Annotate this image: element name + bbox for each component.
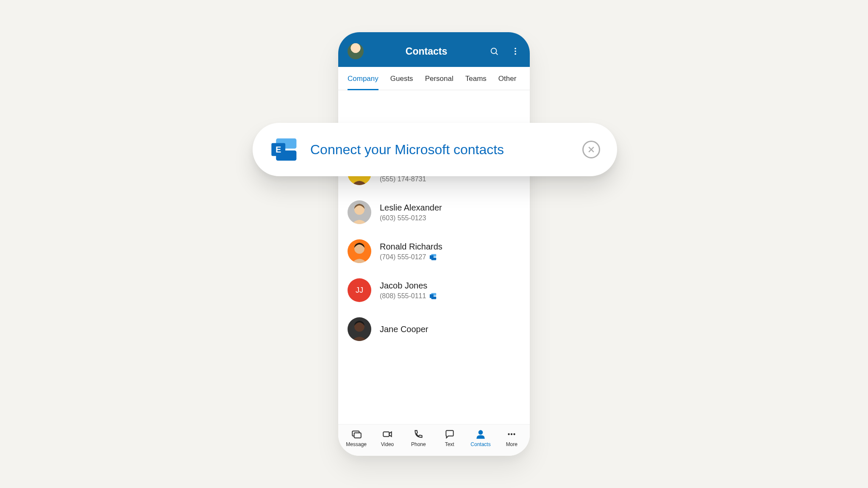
nav-label: More (506, 441, 517, 447)
svg-line-1 (496, 53, 498, 55)
nav-contacts[interactable]: Contacts (465, 429, 496, 447)
nav-phone[interactable]: Phone (403, 429, 434, 447)
svg-point-2 (515, 48, 516, 50)
phone-icon (413, 429, 424, 440)
tab-teams[interactable]: Teams (459, 67, 492, 90)
nav-label: Phone (411, 441, 426, 447)
svg-rect-10 (430, 255, 434, 259)
svg-point-0 (491, 48, 497, 54)
connect-banner[interactable]: E Connect your Microsoft contacts (253, 123, 617, 176)
contacts-icon (475, 429, 486, 440)
page-title: Contacts (406, 46, 447, 57)
contact-name: Leslie Alexander (380, 203, 442, 213)
contact-info: Jacob Jones(808) 555-0111 (380, 281, 437, 300)
contact-phone: (704) 555-0127 (380, 253, 442, 261)
self-avatar[interactable] (348, 43, 364, 59)
phone-frame: Contacts CompanyGuestsPersonalTeamsOther… (338, 32, 530, 456)
nav-label: Text (445, 441, 454, 447)
contact-name: Ronald Richards (380, 242, 442, 252)
exchange-icon: E (270, 135, 299, 164)
video-icon (382, 429, 393, 440)
nav-label: Video (381, 441, 394, 447)
svg-rect-17 (383, 432, 389, 437)
svg-point-4 (515, 53, 516, 55)
svg-point-18 (479, 430, 483, 434)
header-actions (489, 46, 520, 56)
contact-phone: (555) 174-8731 (380, 175, 426, 183)
svg-point-19 (508, 433, 510, 435)
nav-video[interactable]: Video (372, 429, 403, 447)
svg-rect-13 (430, 294, 434, 298)
nav-message[interactable]: Message (341, 429, 372, 447)
contact-info: Ronald Richards(704) 555-0127 (380, 242, 442, 261)
contact-name: Jacob Jones (380, 281, 437, 291)
message-icon (351, 429, 362, 440)
tab-guests[interactable]: Guests (384, 67, 419, 90)
tab-label: Teams (465, 75, 487, 83)
contact-row[interactable]: JJJacob Jones(808) 555-0111 (338, 271, 530, 310)
avatar: JJ (348, 278, 371, 302)
close-icon[interactable] (582, 141, 600, 158)
bottom-nav: MessageVideoPhoneTextContactsMore (338, 424, 530, 456)
tab-other[interactable]: Other (492, 67, 523, 90)
contact-row[interactable]: Leslie Alexander(603) 555-0123 (338, 193, 530, 232)
tabs-bar: CompanyGuestsPersonalTeamsOther (338, 67, 530, 90)
contact-phone: (603) 555-0123 (380, 214, 442, 222)
app-header: Contacts (338, 32, 530, 67)
text-icon (444, 429, 455, 440)
nav-label: Contacts (470, 441, 490, 447)
svg-point-20 (511, 433, 512, 435)
nav-text[interactable]: Text (434, 429, 465, 447)
tab-personal[interactable]: Personal (419, 67, 459, 90)
svg-rect-16 (354, 433, 361, 438)
avatar (348, 317, 371, 341)
more-icon (506, 429, 517, 440)
exchange-badge-icon (429, 253, 437, 261)
nav-more[interactable]: More (496, 429, 527, 447)
contact-info: Jane Cooper (380, 324, 428, 334)
search-icon[interactable] (489, 46, 499, 56)
nav-label: Message (346, 441, 367, 447)
exchange-badge-icon (429, 292, 437, 300)
contact-name: Jane Cooper (380, 324, 428, 334)
tab-label: Company (348, 75, 378, 83)
svg-text:E: E (275, 145, 281, 154)
tab-label: Guests (390, 75, 413, 83)
tab-label: Personal (425, 75, 453, 83)
tab-label: Other (498, 75, 517, 83)
connect-banner-text: Connect your Microsoft contacts (310, 142, 571, 158)
contact-row[interactable]: Jane Cooper (338, 310, 530, 349)
contact-info: Leslie Alexander(603) 555-0123 (380, 203, 442, 222)
contact-row[interactable]: Ronald Richards(704) 555-0127 (338, 232, 530, 271)
avatar (348, 239, 371, 263)
contact-phone: (808) 555-0111 (380, 292, 437, 300)
svg-point-21 (514, 433, 515, 435)
more-vertical-icon[interactable] (510, 46, 520, 56)
avatar (348, 200, 371, 224)
tab-company[interactable]: Company (342, 67, 384, 90)
svg-point-3 (515, 50, 516, 52)
